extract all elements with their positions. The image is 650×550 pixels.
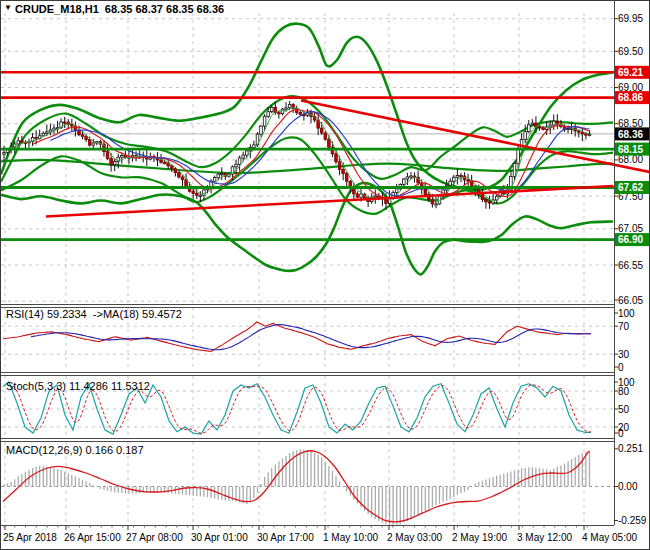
time-tick-label: 1 May 10:00 <box>323 532 378 543</box>
price-tick-label: 69.95 <box>618 13 643 24</box>
time-tick-label: 27 Apr 08:00 <box>126 532 183 543</box>
rsi-tick-label: 70 <box>618 321 630 332</box>
price-tick-label: 66.55 <box>618 260 643 271</box>
symbol-menu-icon[interactable]: ▼ <box>4 3 12 12</box>
stoch-tick-label: 80 <box>618 386 630 397</box>
trading-chart-window[interactable]: 69.9569.5069.0068.5068.0067.5067.0566.55… <box>0 0 650 550</box>
chart-canvas[interactable]: 69.9569.5069.0068.5068.0067.5067.0566.55… <box>1 1 650 550</box>
rsi-tick-label: 0 <box>618 362 624 373</box>
price-badge-label: 68.36 <box>618 129 643 140</box>
price-badge-label: 68.15 <box>618 144 643 155</box>
price-tick-label: 67.05 <box>618 223 643 234</box>
macd-tick-label: 0.251 <box>618 443 643 454</box>
macd-tick-label: -0.259 <box>618 515 647 526</box>
rsi-tick-label: 30 <box>618 349 630 360</box>
rsi-label: RSI(14) 59.2334 ->MA(18) 59.4572 <box>6 308 182 320</box>
candles <box>3 101 591 210</box>
time-tick-label: 30 Apr 17:00 <box>257 532 314 543</box>
time-tick-label: 3 May 12:00 <box>517 532 572 543</box>
macd-label: MACD(12,26,9) 0.166 0.187 <box>6 444 144 456</box>
time-tick-label: 4 May 05:00 <box>582 532 637 543</box>
stoch-tick-label: 50 <box>618 404 630 415</box>
stoch-tick-label: 0 <box>618 428 624 439</box>
price-badge-label: 67.62 <box>618 182 643 193</box>
price-badge-label: 68.86 <box>618 92 643 103</box>
time-tick-label: 2 May 03:00 <box>387 532 442 543</box>
macd-panel <box>3 449 590 525</box>
price-tick-label: 66.05 <box>618 295 643 306</box>
price-badge-label: 69.21 <box>618 67 643 78</box>
time-tick-label: 26 Apr 15:00 <box>64 532 121 543</box>
macd-tick-label: 0.00 <box>618 481 638 492</box>
price-axis: 69.9569.5069.0068.5068.0067.5067.0566.55… <box>614 13 647 526</box>
time-tick-label: 25 Apr 2018 <box>3 532 57 543</box>
time-tick-label: 2 May 19:00 <box>452 532 507 543</box>
chart-title: CRUDE_M18,H1 68.35 68.37 68.35 68.36 <box>15 3 224 15</box>
price-badge-label: 66.90 <box>618 234 643 245</box>
stoch-label: Stoch(5,3,3) 11.4286 11.5312 <box>6 380 150 392</box>
price-tick-label: 68.00 <box>618 154 643 165</box>
rsi-tick-label: 100 <box>618 308 635 319</box>
price-tick-label: 69.50 <box>618 46 643 57</box>
time-tick-label: 30 Apr 01:00 <box>191 532 248 543</box>
